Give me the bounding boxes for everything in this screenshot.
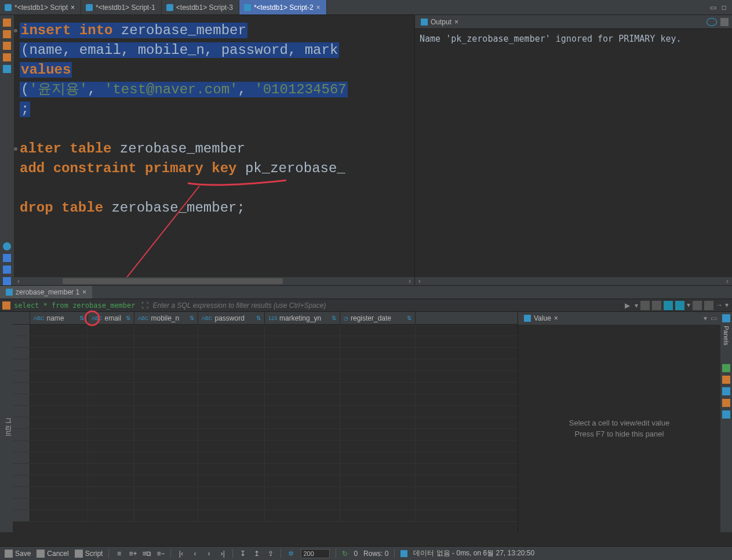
status-nodata: 데이터 없음 - 0ms, on 6월 27, 13:20:50 xyxy=(413,548,534,558)
panels-rail: Panels xyxy=(720,312,732,532)
arrow-right-icon[interactable]: → xyxy=(716,301,723,310)
rail-icon-3[interactable] xyxy=(722,387,730,395)
run-icon[interactable] xyxy=(3,19,11,27)
close-icon[interactable]: × xyxy=(454,18,458,26)
execute-script-icon[interactable] xyxy=(3,42,11,50)
chevron-down-icon[interactable]: ▾ xyxy=(632,301,640,310)
last-icon[interactable]: ›| xyxy=(218,550,227,558)
first-icon[interactable]: |‹ xyxy=(177,550,185,558)
pin-icon[interactable] xyxy=(720,18,729,26)
tab-script-2[interactable]: *<testdb1> Script-2 × xyxy=(239,0,327,14)
close-icon[interactable]: × xyxy=(82,288,86,296)
prev-icon[interactable]: ‹ xyxy=(191,550,199,558)
chevron-down-icon[interactable]: ▾ xyxy=(704,314,707,322)
results-grid: ABCname⇅ ABCemail⇅ ABCmobile_n⇅ ABCpassw… xyxy=(13,312,518,532)
minimize-icon[interactable]: ▭ xyxy=(710,3,716,12)
results-tab[interactable]: zerobase_member 1 × xyxy=(0,286,92,299)
output-h-scrollbar[interactable]: ‹ › xyxy=(415,277,732,285)
expand-icon[interactable]: ⛶ xyxy=(139,301,151,310)
grid-header: ABCname⇅ ABCemail⇅ ABCmobile_n⇅ ABCpassw… xyxy=(13,312,518,325)
id-table2: zerobase_member xyxy=(120,141,245,157)
results-tabbar: zerobase_member 1 × xyxy=(0,285,732,299)
kw-key: key xyxy=(212,161,236,176)
del-row-icon[interactable]: ≡− xyxy=(156,550,165,558)
fetch-size-input[interactable] xyxy=(301,549,330,558)
tab-script-1[interactable]: *<testdb1> Script-1 xyxy=(81,0,162,14)
col-password[interactable]: ABCpassword⇅ xyxy=(198,312,265,324)
results-tab-label: zerobase_member 1 xyxy=(16,288,79,296)
output-tab-label: Output xyxy=(431,18,451,26)
panels-label[interactable]: Panels xyxy=(723,326,730,346)
editor-toolbar xyxy=(0,15,14,285)
tool-6-icon[interactable] xyxy=(704,301,713,310)
tool-5-icon[interactable] xyxy=(693,301,702,310)
tab-script-3[interactable]: <testdb1> Script-3 xyxy=(162,0,239,14)
maximize-icon[interactable]: □ xyxy=(722,3,726,12)
run-cursor-icon[interactable] xyxy=(3,30,11,38)
value-tab-label: Value xyxy=(534,314,551,322)
save-button[interactable]: Save xyxy=(5,550,31,558)
close-icon[interactable]: × xyxy=(554,314,558,322)
edit-row-icon[interactable]: ≡ xyxy=(115,550,123,558)
kw-table2: table xyxy=(61,200,103,216)
filter-toolbar: ▾ → ▾ xyxy=(640,301,732,310)
sql-file-icon xyxy=(244,4,251,11)
tab-script[interactable]: *<testdb1> Script × xyxy=(0,0,81,14)
col-email[interactable]: ABCemail⇅ xyxy=(88,312,134,324)
explain-plan-icon[interactable] xyxy=(3,53,11,61)
kw-values: values xyxy=(21,62,71,78)
value-tab[interactable]: Value × xyxy=(518,314,564,322)
rail-icon-1[interactable] xyxy=(722,364,730,372)
tool-2-icon[interactable] xyxy=(652,301,661,310)
chevron-down-icon[interactable]: ▾ xyxy=(725,301,729,310)
import-icon[interactable]: ↥ xyxy=(253,550,261,558)
filter-row: select * from zerobase_member ⛶ ▶ ▾ ▾ → … xyxy=(0,299,732,312)
col-marketing[interactable]: 123marketing_yn⇅ xyxy=(265,312,340,324)
close-icon[interactable]: × xyxy=(71,3,75,12)
settings-icon[interactable] xyxy=(3,242,11,250)
col-mobile[interactable]: ABCmobile_n⇅ xyxy=(134,312,198,324)
tool-1-icon[interactable] xyxy=(640,301,650,310)
rownum-header[interactable] xyxy=(13,312,30,324)
id-pk: pk_zerobase_ xyxy=(245,161,345,176)
rail-icon-2[interactable] xyxy=(722,376,730,384)
filter-input[interactable] xyxy=(151,301,622,310)
dup-row-icon[interactable]: ≡⧉ xyxy=(143,550,151,558)
panel-icon-1[interactable] xyxy=(3,254,11,262)
col-register-date[interactable]: ◷register_date⇅ xyxy=(340,312,416,324)
close-icon[interactable]: × xyxy=(316,3,321,12)
panel-icon-2[interactable] xyxy=(3,266,11,274)
code-semi: ; xyxy=(20,101,30,117)
history-play-icon[interactable]: ▶ xyxy=(622,301,632,310)
col-name[interactable]: ABCname⇅ xyxy=(30,312,88,324)
output-icon xyxy=(421,19,428,26)
eye-icon[interactable] xyxy=(706,18,717,26)
commit-icon[interactable] xyxy=(3,65,11,73)
minimize-icon[interactable]: ▭ xyxy=(711,314,717,322)
rail-icon-4[interactable] xyxy=(722,399,730,407)
cancel-button[interactable]: Cancel xyxy=(37,550,68,558)
kw-insert: insert xyxy=(21,23,71,38)
grid-rows[interactable] xyxy=(13,325,518,532)
side-tab-grid[interactable]: 그리드 xyxy=(4,414,13,433)
refresh-icon[interactable]: ↻ xyxy=(342,550,348,558)
export-icon[interactable]: ↧ xyxy=(239,550,247,558)
next-icon[interactable]: › xyxy=(205,550,213,558)
tool-3-icon[interactable] xyxy=(664,301,673,310)
editor-h-scrollbar[interactable]: ‹ › xyxy=(14,277,414,285)
script-icon xyxy=(75,550,83,558)
rail-icon-5[interactable] xyxy=(722,410,730,419)
sql-editor[interactable]: insert into zerobase_member (name, email… xyxy=(14,15,414,285)
str-email: 'test@naver.com' xyxy=(104,82,238,97)
output-tab[interactable]: Output × xyxy=(415,15,464,28)
script-button[interactable]: Script xyxy=(75,550,103,558)
add-row-icon[interactable]: ≡+ xyxy=(129,550,137,558)
tab-label: *<testdb1> Script xyxy=(14,3,68,12)
upload-icon[interactable]: ⇪ xyxy=(267,550,275,558)
chevron-down-icon[interactable]: ▾ xyxy=(687,301,690,310)
tab-label: *<testdb1> Script-2 xyxy=(254,3,314,12)
panel-icon-3[interactable] xyxy=(3,277,11,285)
tool-4-icon[interactable] xyxy=(675,301,684,310)
gear-icon[interactable]: ✲ xyxy=(287,550,295,558)
panel-icon[interactable] xyxy=(722,314,730,322)
